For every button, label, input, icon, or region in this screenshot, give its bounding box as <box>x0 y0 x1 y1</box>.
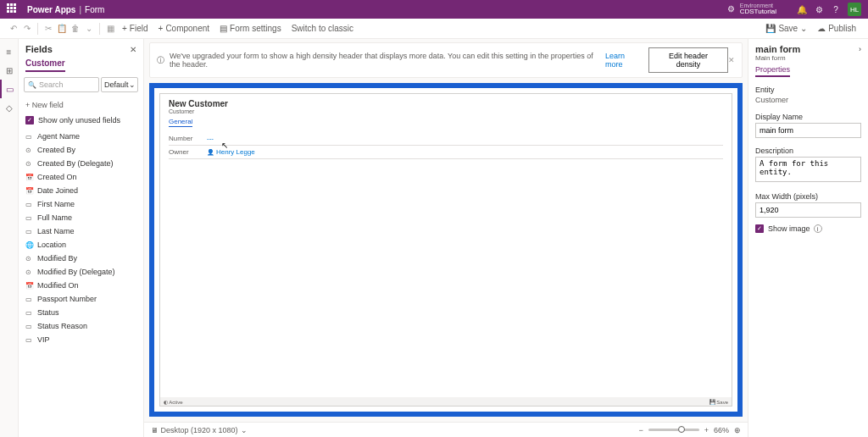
form-title: New Customer <box>169 99 723 108</box>
canvas[interactable]: New Customer Customer General Number ---… <box>149 83 743 417</box>
show-image-checkbox[interactable]: ✓ Show image i <box>755 224 861 233</box>
paste-icon[interactable]: 📋 <box>55 24 69 33</box>
field-type-icon: ▭ <box>25 214 37 222</box>
checkbox-checked-icon: ✓ <box>755 224 764 233</box>
environment-picker[interactable]: ⚙ Environment CDSTutorial <box>727 3 776 16</box>
field-type-icon: ▭ <box>25 323 37 330</box>
field-type-icon: ⊙ <box>25 147 37 154</box>
fit-icon[interactable]: ⊕ <box>734 426 741 434</box>
undo-icon[interactable]: ↶ <box>7 24 20 33</box>
field-item[interactable]: ▭VIP <box>19 333 143 346</box>
field-name: Created By (Delegate) <box>37 159 114 168</box>
rail-components-icon[interactable]: ⊞ <box>0 61 18 80</box>
form-settings-button[interactable]: ▤Form settings <box>220 24 281 33</box>
description-input[interactable] <box>755 157 861 182</box>
status-save: 💾 Save <box>709 399 728 405</box>
field-name: Agent Name <box>37 132 80 141</box>
new-field-button[interactable]: + New field <box>19 97 143 113</box>
publish-icon: ☁ <box>817 24 826 33</box>
zoom-out-icon[interactable]: − <box>638 426 643 434</box>
dismiss-info-icon[interactable]: ✕ <box>728 56 735 64</box>
field-item[interactable]: ▭Agent Name <box>19 130 143 143</box>
brand-separator: | <box>79 5 81 14</box>
chevron-down-icon: ⌄ <box>129 80 136 89</box>
zoom-slider[interactable] <box>648 429 699 431</box>
form-tab-general[interactable]: General <box>169 118 192 127</box>
delete-icon[interactable]: 🗑 <box>69 24 82 33</box>
environment-label: Environment <box>740 3 776 9</box>
user-avatar[interactable]: HL <box>848 3 861 16</box>
field-name: Modified On <box>37 281 79 290</box>
learn-more-link[interactable]: Learn more <box>605 52 642 69</box>
device-dropdown[interactable]: Desktop (1920 x 1080) <box>161 426 238 434</box>
field-type-icon: ▭ <box>25 133 37 141</box>
field-item[interactable]: ▭Status Reason <box>19 319 143 333</box>
field-item[interactable]: ⊙Created By <box>19 143 143 157</box>
top-bar: Power Apps | Form ⚙ Environment CDSTutor… <box>0 0 868 19</box>
field-name: Created On <box>37 173 77 181</box>
field-item[interactable]: 📅Date Joined <box>19 184 143 197</box>
rail-data-icon[interactable]: ◇ <box>0 98 18 117</box>
field-name: Last Name <box>37 227 75 235</box>
info-icon[interactable]: i <box>814 224 822 233</box>
chevron-down-icon[interactable]: ⌄ <box>241 426 248 434</box>
notifications-icon[interactable]: 🔔 <box>793 5 810 14</box>
field-item[interactable]: ⊙Created By (Delegate) <box>19 157 143 170</box>
add-field-button[interactable]: +Field <box>122 24 148 33</box>
entity-value: Customer <box>755 96 861 104</box>
edit-header-density-button[interactable]: Edit header density <box>648 47 728 73</box>
redo-icon[interactable]: ↷ <box>20 24 34 33</box>
save-button[interactable]: 💾Save⌄ <box>765 24 807 33</box>
field-type-icon: ▭ <box>25 228 37 235</box>
rail-fields-icon[interactable]: ▭ <box>0 80 18 98</box>
zoom-level: 66% <box>714 426 729 434</box>
field-name: Status Reason <box>37 322 87 330</box>
display-name-input[interactable] <box>755 123 861 138</box>
rail-tree-icon[interactable]: ≡ <box>0 42 18 61</box>
display-name-label: Display Name <box>755 113 861 121</box>
field-item[interactable]: ▭Last Name <box>19 224 143 238</box>
left-rail: ≡ ⊞ ▭ ◇ <box>0 39 19 437</box>
field-type-icon: ▭ <box>25 201 37 208</box>
field-name: Modified By <box>37 254 77 263</box>
field-type-icon: ▭ <box>25 296 37 303</box>
field-item[interactable]: 📅Created On <box>19 170 143 184</box>
search-input[interactable]: 🔍 Search <box>24 77 99 92</box>
grid-icon[interactable]: ▦ <box>103 24 117 33</box>
settings-icon[interactable]: ⚙ <box>810 5 827 14</box>
form-status-bar: ◐ Active 💾 Save <box>160 397 732 406</box>
field-type-icon: 📅 <box>25 187 37 195</box>
field-item[interactable]: ▭Full Name <box>19 211 143 224</box>
help-icon[interactable]: ? <box>827 5 844 14</box>
checkbox-checked-icon: ✓ <box>25 116 34 124</box>
field-item[interactable]: ▭Passport Number <box>19 292 143 306</box>
field-item[interactable]: ▭First Name <box>19 197 143 211</box>
cut-icon[interactable]: ✂ <box>42 24 55 33</box>
app-launcher-icon[interactable] <box>7 3 19 15</box>
environment-name: CDSTutorial <box>740 8 776 16</box>
form-field-number[interactable]: Number --- <box>169 132 723 146</box>
maxwidth-input[interactable] <box>755 202 861 218</box>
chevron-down-icon[interactable]: ⌄ <box>82 24 96 33</box>
info-icon: ⓘ <box>157 55 164 66</box>
fields-tab-customer[interactable]: Customer <box>25 56 65 72</box>
show-unused-checkbox[interactable]: ✓ Show only unused fields <box>19 113 143 130</box>
field-item[interactable]: 🌐Location <box>19 238 143 252</box>
field-item[interactable]: ▭Status <box>19 306 143 319</box>
add-component-button[interactable]: +Component <box>159 24 210 33</box>
close-icon[interactable]: ✕ <box>130 45 136 54</box>
field-item[interactable]: ⊙Modified By <box>19 252 143 265</box>
field-item[interactable]: ⊙Modified By (Delegate) <box>19 265 143 279</box>
chevron-right-icon[interactable]: › <box>859 45 861 53</box>
filter-dropdown[interactable]: Default⌄ <box>101 77 138 92</box>
field-name: Created By <box>37 146 75 154</box>
publish-button[interactable]: ☁Publish <box>817 24 856 33</box>
field-item[interactable]: 📅Modified On <box>19 279 143 292</box>
field-name: VIP <box>37 335 50 344</box>
field-name: Location <box>37 241 66 249</box>
field-name: Date Joined <box>37 186 78 195</box>
zoom-in-icon[interactable]: + <box>704 426 709 434</box>
switch-classic-button[interactable]: Switch to classic <box>292 24 353 33</box>
properties-tab[interactable]: Properties <box>755 65 790 77</box>
form-field-owner[interactable]: Owner 👤Henry Legge <box>169 146 723 159</box>
